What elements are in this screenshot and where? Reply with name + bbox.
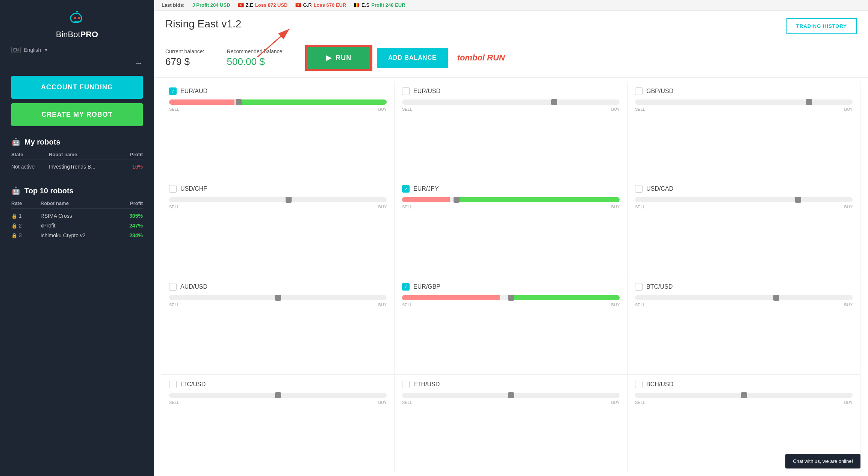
lang-badge: EN [11,47,21,53]
pair-slider[interactable] [402,393,620,398]
slider-thumb[interactable] [773,295,779,301]
pair-checkbox[interactable] [635,87,643,95]
run-button-area: ▶ RUN ADD BALANCE tombol RUN [306,46,505,70]
pair-slider[interactable] [635,197,853,202]
robot-icon: 🤖 [11,137,21,146]
language-selector[interactable]: EN English ▼ [11,47,48,53]
recommended-balance-value: 500.00 $ [227,56,284,68]
ticker-j-value: J Profit 204 USD [192,2,230,8]
pair-checkbox[interactable] [635,283,643,291]
rank: 1 [19,213,22,219]
top10-rows: 🔒 1 RSIMA Cross 305% 🔒 2 xProfit 247% 🔒 … [11,211,143,240]
recommended-balance: Recommended balance: 500.00 $ [227,48,284,68]
pair-slider[interactable] [169,99,387,105]
header-profit: Profit [112,152,143,157]
pair-slider[interactable] [635,99,853,105]
sell-label: SELL [402,107,412,111]
robot-name: Ichimoku Crypto v2 [41,232,113,238]
ticker-ze-value: Loss 872 USD [255,2,288,8]
header-rprofit: Profit [113,200,143,206]
header-name: Robot name [49,152,112,157]
pair-slider[interactable] [402,197,620,202]
language-label: English [24,47,41,53]
pair-checkbox[interactable]: ✓ [169,87,177,95]
slider-thumb[interactable] [508,295,514,301]
slider-thumb[interactable] [275,392,281,398]
svg-point-0 [74,17,76,19]
pair-slider[interactable] [169,295,387,300]
recommended-balance-label: Recommended balance: [227,48,284,54]
buy-label: BUY [611,303,620,307]
pair-card: ✓ EUR/JPY SELL BUY [395,179,628,277]
logout-button[interactable]: → [135,59,143,68]
pair-slider[interactable] [169,197,387,202]
robot-name: InvestingTrends B... [49,164,112,170]
create-robot-button[interactable]: CREATE MY ROBOT [11,103,143,126]
pair-card: GBP/USD SELL BUY [628,81,860,179]
ticker-item-es: 🇧🇪 E.S Profit 248 EUR [354,2,405,8]
play-icon: ▶ [326,54,332,62]
pair-checkbox[interactable] [635,381,643,388]
content-header: Rising East v1.2 TRADING HISTORY [154,11,868,38]
ticker-bar: Last bids: J Profit 204 USD 🇭🇰 Z.E Loss … [154,0,868,11]
list-item: 🔒 2 xProfit 247% [11,221,143,230]
pair-checkbox[interactable] [169,381,177,388]
slider-labels: SELL BUY [169,400,387,405]
pair-checkbox[interactable]: ✓ [402,283,410,291]
add-balance-button[interactable]: ADD BALANCE [377,48,448,68]
sell-label: SELL [402,205,412,209]
ticker-item-ze: 🇭🇰 Z.E Loss 872 USD [238,2,288,8]
pair-card: ✓ EUR/GBP SELL BUY [395,277,628,375]
svg-point-1 [78,17,80,19]
sell-label: SELL [169,400,179,405]
pair-checkbox[interactable]: ✓ [402,185,410,193]
slider-thumb[interactable] [508,392,514,398]
my-robots-header: State Robot name Profit [11,152,143,160]
pair-slider[interactable] [635,295,853,300]
slider-thumb[interactable] [806,99,812,105]
pair-slider[interactable] [635,393,853,398]
top10-title: 🤖 Top 10 robots [11,186,143,195]
slider-thumb[interactable] [551,99,557,105]
header-state: State [11,152,49,157]
trading-history-button[interactable]: TRADING HISTORY [786,18,857,34]
header-rate: Rate [11,200,41,206]
slider-thumb[interactable] [795,197,801,203]
ticker-item-j: J Profit 204 USD [192,2,230,8]
slider-labels: SELL BUY [635,400,853,405]
logo-text: BinBotPRO [56,30,98,39]
robot-name: RSIMA Cross [41,213,113,219]
pair-card: ✓ EUR/AUD SELL BUY [162,81,395,179]
pair-checkbox[interactable] [402,87,410,95]
current-balance-label: Current balance: [165,48,204,54]
slider-thumb[interactable] [454,197,460,203]
top10-header: Rate Robot name Profit [11,200,143,209]
pair-card: BTC/USD SELL BUY [628,277,860,375]
robot-profit: 234% [113,232,143,238]
pair-name: USD/CAD [646,185,673,192]
pair-checkbox[interactable] [169,185,177,193]
slider-labels: SELL BUY [402,303,620,307]
sell-label: SELL [635,205,645,209]
pair-checkbox[interactable] [635,185,643,193]
pair-checkbox[interactable] [402,381,410,388]
run-button[interactable]: ▶ RUN [306,46,371,70]
slider-thumb[interactable] [275,295,281,301]
pair-name: BCH/USD [646,381,673,388]
sidebar: BinBotPRO EN English ▼ → ACCOUNT FUNDING… [0,0,154,476]
slider-thumb[interactable] [741,392,747,398]
account-funding-button[interactable]: ACCOUNT FUNDING [11,76,143,99]
ticker-ze-name: Z.E [246,2,253,8]
run-annotation: tombol RUN [457,53,505,63]
pair-name: EUR/GBP [413,283,440,290]
buy-label: BUY [844,303,853,307]
pair-checkbox[interactable] [169,283,177,291]
slider-thumb[interactable] [286,197,292,203]
chat-banner[interactable]: Chat with us, we are online! [785,454,860,468]
ticker-gr-flag: 🇭🇰 [295,2,301,8]
pair-slider[interactable] [169,393,387,398]
slider-thumb[interactable] [236,99,242,105]
robot-profit: -16% [112,164,143,170]
pair-slider[interactable] [402,99,620,105]
pair-slider[interactable] [402,295,620,300]
